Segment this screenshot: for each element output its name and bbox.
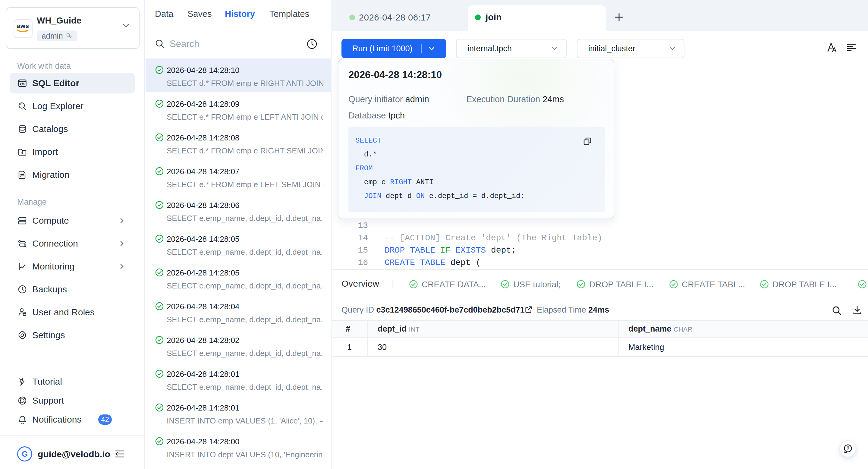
svg-text:aws: aws xyxy=(17,22,29,29)
svg-text:?: ? xyxy=(846,446,849,451)
